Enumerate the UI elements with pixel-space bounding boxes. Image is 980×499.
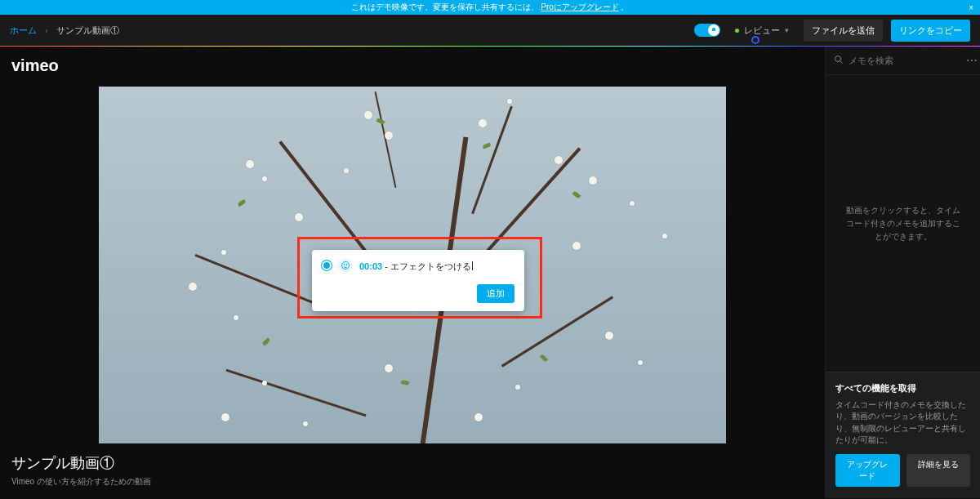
breadcrumb-current: サンプル動画① — [56, 25, 119, 37]
search-icon — [834, 53, 844, 68]
banner-text-before: これはデモ映像です。変更を保存し共有するには、 — [351, 2, 539, 13]
comment-input-text[interactable]: エフェクトをつける — [390, 261, 471, 271]
text-cursor-icon — [472, 261, 473, 270]
sidebar-body: 動画をクリックすると、タイムコード付きのメモを追加することができます。 — [826, 75, 980, 372]
comments-sidebar: ⋯ 動画をクリックすると、タイムコード付きのメモを追加することができます。 すべ… — [825, 47, 980, 498]
demo-banner: これはデモ映像です。変更を保存し共有するには、 Proにアップグレード 。 × — [0, 0, 980, 15]
video-player[interactable]: 00:03 - エフェクトをつける 追加 — [99, 87, 726, 443]
comment-popup: 00:03 - エフェクトをつける 追加 — [312, 250, 524, 311]
chevron-right-icon: › — [45, 25, 48, 35]
details-button[interactable]: 詳細を見る — [906, 454, 971, 487]
video-title: サンプル動画① — [11, 453, 813, 473]
nav-bar: ホーム › サンプル動画① レビュー ▾ ファイルを送信 リンクをコピー — [0, 15, 980, 46]
upsell-title: すべての機能を取得 — [835, 382, 970, 394]
svg-point-3 — [835, 56, 841, 62]
notification-toggle[interactable] — [694, 24, 720, 37]
copy-link-button[interactable]: リンクをコピー — [891, 20, 970, 42]
user-avatar-icon — [338, 258, 353, 273]
chevron-down-icon: ▾ — [785, 26, 789, 34]
video-subtitle: Vimeo の使い方を紹介するための動画 — [11, 476, 813, 488]
main-content: vimeo — [0, 47, 980, 498]
vimeo-logo: vimeo — [11, 56, 813, 75]
status-dot-icon — [735, 29, 739, 33]
sidebar-hint-text: 動画をクリックすると、タイムコード付きのメモを追加することができます。 — [842, 204, 964, 243]
search-input[interactable] — [849, 56, 961, 65]
svg-line-4 — [840, 61, 843, 64]
more-options-icon[interactable]: ⋯ — [966, 54, 978, 67]
search-row: ⋯ — [826, 47, 980, 75]
svg-point-0 — [342, 262, 350, 270]
comment-separator: - — [382, 261, 390, 271]
highlight-ring-icon — [751, 36, 760, 44]
svg-point-1 — [344, 265, 345, 265]
svg-point-2 — [346, 265, 347, 265]
banner-text-after: 。 — [621, 2, 629, 13]
video-area: vimeo — [0, 47, 825, 498]
review-dropdown[interactable]: レビュー ▾ — [728, 21, 795, 40]
breadcrumb-home[interactable]: ホーム — [10, 25, 37, 37]
banner-upgrade-link[interactable]: Proにアップグレード — [541, 2, 619, 13]
comment-timecode: 00:03 — [359, 261, 382, 271]
close-banner-icon[interactable]: × — [969, 3, 973, 12]
review-label: レビュー — [744, 25, 780, 37]
send-file-button[interactable]: ファイルを送信 — [804, 20, 883, 42]
upgrade-button[interactable]: アップグレード — [835, 454, 900, 487]
add-comment-button[interactable]: 追加 — [477, 284, 514, 303]
upsell-panel: すべての機能を取得 タイムコード付きのメモを交換したり、動画のバージョンを比較し… — [826, 372, 980, 498]
upsell-description: タイムコード付きのメモを交換したり、動画のバージョンを比較したり、無制限のレビュ… — [835, 399, 970, 446]
bell-icon — [708, 25, 719, 36]
video-meta: サンプル動画① Vimeo の使い方を紹介するための動画 — [11, 453, 813, 488]
breadcrumb: ホーム › サンプル動画① — [10, 25, 119, 37]
nav-right: レビュー ▾ ファイルを送信 リンクをコピー — [694, 20, 970, 42]
pin-marker-icon — [322, 261, 332, 270]
